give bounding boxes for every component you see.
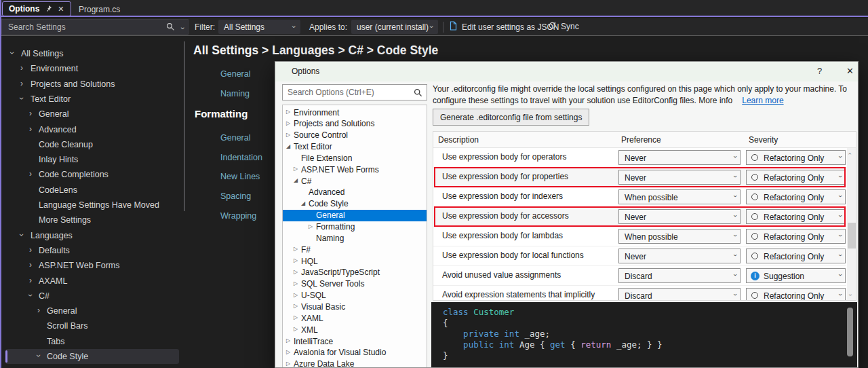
severity-dropdown[interactable]: Refactoring Only› — [746, 170, 846, 185]
nav-link-general-0[interactable]: General — [220, 69, 250, 79]
tree-collapsed-icon[interactable]: ▷ — [294, 326, 298, 333]
sidebar-item-all-settings[interactable]: ›All Settings — [0, 46, 184, 61]
sidebar-item-code-completions[interactable]: ›Code Completions — [0, 167, 184, 182]
preference-dropdown[interactable]: Discard› — [618, 288, 741, 301]
preference-dropdown[interactable]: When possible› — [618, 189, 741, 204]
severity-dropdown[interactable]: Refactoring Only› — [746, 150, 846, 165]
options-tree-item-hql[interactable]: ▷HQL — [283, 255, 427, 267]
options-tree-item-javascript-typescript[interactable]: ▷JavaScript/TypeScript — [283, 267, 427, 278]
tree-collapsed-icon[interactable]: ▷ — [294, 280, 298, 287]
options-tree-item-text-editor[interactable]: ◢Text Editor — [283, 141, 427, 153]
tree-collapsed-icon[interactable]: ▷ — [309, 223, 313, 230]
close-icon[interactable]: ✕ — [846, 66, 854, 76]
sidebar-item-tabs[interactable]: Tabs — [0, 334, 184, 349]
preference-dropdown[interactable]: When possible› — [618, 229, 741, 244]
tree-expanded-icon[interactable]: ◢ — [294, 177, 298, 184]
sidebar-item-defaults[interactable]: ›Defaults — [0, 243, 184, 258]
grid-scrollbar[interactable]: › › — [847, 148, 856, 301]
sidebar-item-general[interactable]: ›General — [0, 303, 184, 318]
options-tree-item-xml[interactable]: ▷XML — [283, 324, 427, 335]
nav-link-indentation-4[interactable]: Indentation — [220, 153, 262, 162]
tree-collapsed-icon[interactable]: ▷ — [294, 257, 298, 264]
sidebar-item-advanced[interactable]: ›Advanced — [0, 122, 184, 137]
sidebar-item-scroll-bars[interactable]: Scroll Bars — [0, 318, 184, 333]
search-settings-input[interactable] — [2, 20, 159, 34]
tree-collapsed-icon[interactable]: ▷ — [286, 132, 290, 139]
options-tree-item-advanced[interactable]: Advanced — [283, 187, 427, 198]
options-tree-item-environment[interactable]: ▷Environment — [283, 107, 427, 118]
options-tree-item-avalonia-for-visual-studio[interactable]: ▷Avalonia for Visual Studio — [283, 347, 427, 358]
tree-collapsed-icon[interactable]: ▷ — [286, 337, 290, 344]
nav-link-general-3[interactable]: General — [220, 133, 250, 143]
sidebar-item-language-settings-have-moved[interactable]: Language Settings Have Moved — [0, 198, 184, 213]
search-settings-box[interactable]: › — [1, 19, 189, 35]
sidebar-item-projects-and-solutions[interactable]: ›Projects and Solutions — [0, 77, 184, 92]
sidebar-item-c[interactable]: ›C# — [0, 289, 184, 303]
severity-dropdown[interactable]: Refactoring Only› — [746, 189, 846, 204]
options-tree-item-sql-server-tools[interactable]: ▷SQL Server Tools — [283, 278, 427, 290]
options-tree-item-source-control[interactable]: ▷Source Control — [283, 130, 427, 141]
sidebar-item-languages[interactable]: ›Languages — [0, 228, 184, 243]
sidebar-item-code-cleanup[interactable]: Code Cleanup — [0, 137, 184, 152]
generate-editorconfig-button[interactable]: Generate .editorconfig file from setting… — [433, 109, 589, 126]
options-tree-item-code-style[interactable]: ◢Code Style — [283, 198, 427, 210]
tab-options[interactable]: Options ✕ — [2, 1, 71, 16]
tree-expanded-icon[interactable]: ◢ — [286, 143, 290, 150]
scroll-down-icon[interactable]: › — [847, 294, 853, 296]
nav-link-new-lines-5[interactable]: New Lines — [220, 172, 260, 181]
chevron-down-icon[interactable]: › — [180, 26, 187, 29]
options-tree-item-c[interactable]: ◢C# — [283, 175, 427, 187]
options-tree-item-formatting[interactable]: ▷Formatting — [283, 221, 427, 233]
learn-more-link[interactable]: Learn more — [742, 96, 783, 105]
close-icon[interactable]: ✕ — [58, 5, 64, 13]
scroll-up-icon[interactable]: › — [847, 153, 853, 155]
sidebar-item-general[interactable]: ›General — [0, 107, 184, 122]
options-tree-item-visual-basic[interactable]: ▷Visual Basic — [283, 301, 427, 312]
tree-collapsed-icon[interactable]: ▷ — [286, 361, 290, 367]
options-tree-item-xaml[interactable]: ▷XAML — [283, 312, 427, 324]
sidebar-item-codelens[interactable]: CodeLens — [0, 183, 184, 198]
filter-dropdown[interactable]: All Settings › — [218, 20, 300, 34]
tree-collapsed-icon[interactable]: ▷ — [294, 292, 298, 299]
severity-dropdown[interactable]: Refactoring Only› — [746, 288, 846, 301]
preference-dropdown[interactable]: Never› — [618, 150, 741, 165]
options-tree-item-projects-and-solutions[interactable]: ▷Projects and Solutions — [283, 118, 427, 130]
sidebar-scrollbar[interactable] — [184, 41, 185, 211]
applies-to-dropdown[interactable]: user (current install) › — [351, 20, 438, 34]
severity-dropdown[interactable]: iSuggestion› — [746, 268, 846, 283]
nav-link-wrapping-7[interactable]: Wrapping — [220, 211, 256, 221]
nav-link-naming-1[interactable]: Naming — [220, 89, 250, 98]
options-dialog-titlebar[interactable]: Options ? ✕ — [275, 62, 858, 81]
code-preview-scrollbar[interactable] — [847, 308, 853, 356]
tree-collapsed-icon[interactable]: ▷ — [286, 349, 290, 356]
options-tree-item-naming[interactable]: Naming — [283, 232, 427, 244]
tree-collapsed-icon[interactable]: ▷ — [294, 303, 298, 310]
options-tree-item-intellitrace[interactable]: ▷IntelliTrace — [283, 335, 427, 347]
preference-dropdown[interactable]: Never› — [618, 209, 741, 224]
nav-link-spacing-6[interactable]: Spacing — [220, 191, 251, 201]
scrollbar-thumb[interactable] — [848, 223, 856, 249]
search-options-input[interactable] — [283, 85, 412, 100]
tree-collapsed-icon[interactable]: ▷ — [286, 109, 290, 115]
pin-icon[interactable] — [45, 3, 52, 15]
tree-expanded-icon[interactable]: ◢ — [301, 200, 305, 207]
search-icon[interactable] — [166, 22, 175, 34]
tree-collapsed-icon[interactable]: ▷ — [294, 269, 298, 276]
tree-collapsed-icon[interactable]: ▷ — [294, 246, 298, 253]
edit-user-settings-json-button[interactable]: Edit user settings as JSON — [449, 21, 559, 33]
options-tree-item-azure-data-lake[interactable]: ▷Azure Data Lake — [283, 358, 427, 368]
sync-button[interactable]: Sync — [548, 21, 579, 32]
severity-dropdown[interactable]: Refactoring Only› — [746, 229, 846, 244]
tab-program-cs[interactable]: Program.cs — [71, 2, 128, 16]
sidebar-item-axaml[interactable]: ›AXAML — [0, 274, 184, 289]
options-tree-item-asp-net-web-forms[interactable]: ▷ASP.NET Web Forms — [283, 164, 427, 175]
tree-collapsed-icon[interactable]: ▷ — [294, 314, 298, 321]
tree-collapsed-icon[interactable]: ▷ — [294, 166, 298, 172]
options-tree-item-u-sql[interactable]: ▷U-SQL — [283, 290, 427, 301]
options-tree-item-f[interactable]: ▷F# — [283, 244, 427, 255]
sidebar-item-inlay-hints[interactable]: Inlay Hints — [0, 152, 184, 167]
sidebar-item-more-settings[interactable]: More Settings — [0, 213, 184, 227]
sidebar-item-code-style[interactable]: ›Code Style — [0, 349, 184, 364]
search-options-box[interactable] — [282, 84, 427, 100]
tree-collapsed-icon[interactable]: ▷ — [286, 120, 290, 127]
